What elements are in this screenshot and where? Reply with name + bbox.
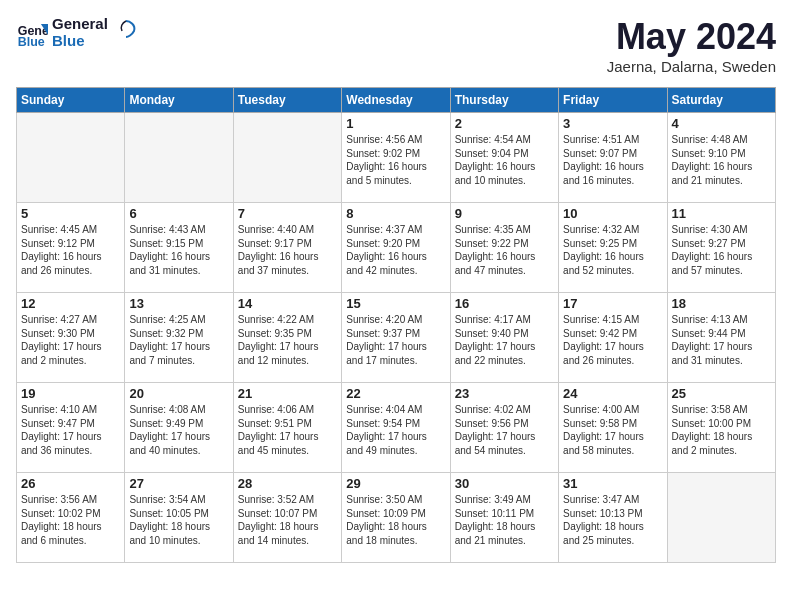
- day-number: 3: [563, 116, 662, 131]
- cell-info: Sunrise: 4:04 AM: [346, 403, 445, 417]
- cell-info: and 10 minutes.: [455, 174, 554, 188]
- cell-info: Sunrise: 4:45 AM: [21, 223, 120, 237]
- month-title: May 2024: [607, 16, 776, 58]
- cell-info: Daylight: 17 hours: [21, 430, 120, 444]
- cell-info: Daylight: 16 hours: [672, 250, 771, 264]
- cell-info: Sunset: 9:22 PM: [455, 237, 554, 251]
- cell-info: Sunset: 9:27 PM: [672, 237, 771, 251]
- calendar-cell: 10Sunrise: 4:32 AMSunset: 9:25 PMDayligh…: [559, 203, 667, 293]
- calendar-cell: 14Sunrise: 4:22 AMSunset: 9:35 PMDayligh…: [233, 293, 341, 383]
- weekday-header-monday: Monday: [125, 88, 233, 113]
- cell-info: Sunset: 9:51 PM: [238, 417, 337, 431]
- calendar-cell: 25Sunrise: 3:58 AMSunset: 10:00 PMDaylig…: [667, 383, 775, 473]
- cell-info: Sunset: 9:04 PM: [455, 147, 554, 161]
- weekday-header-saturday: Saturday: [667, 88, 775, 113]
- calendar-cell: 22Sunrise: 4:04 AMSunset: 9:54 PMDayligh…: [342, 383, 450, 473]
- cell-info: Sunrise: 3:56 AM: [21, 493, 120, 507]
- cell-info: Sunset: 9:44 PM: [672, 327, 771, 341]
- cell-info: and 58 minutes.: [563, 444, 662, 458]
- cell-info: and 10 minutes.: [129, 534, 228, 548]
- cell-info: Daylight: 16 hours: [455, 160, 554, 174]
- cell-info: Sunrise: 4:13 AM: [672, 313, 771, 327]
- cell-info: Sunrise: 4:51 AM: [563, 133, 662, 147]
- cell-info: Sunset: 9:42 PM: [563, 327, 662, 341]
- day-number: 23: [455, 386, 554, 401]
- cell-info: Daylight: 18 hours: [346, 520, 445, 534]
- cell-info: Sunset: 9:17 PM: [238, 237, 337, 251]
- cell-info: and 21 minutes.: [672, 174, 771, 188]
- calendar-cell: 31Sunrise: 3:47 AMSunset: 10:13 PMDaylig…: [559, 473, 667, 563]
- cell-info: and 14 minutes.: [238, 534, 337, 548]
- cell-info: Sunset: 10:00 PM: [672, 417, 771, 431]
- cell-info: Sunset: 10:05 PM: [129, 507, 228, 521]
- cell-info: Sunrise: 3:54 AM: [129, 493, 228, 507]
- cell-info: Daylight: 16 hours: [346, 160, 445, 174]
- cell-info: and 25 minutes.: [563, 534, 662, 548]
- cell-info: Sunrise: 4:48 AM: [672, 133, 771, 147]
- day-number: 31: [563, 476, 662, 491]
- page-header: General Blue General Blue May 2024 Jaern…: [16, 16, 776, 75]
- cell-info: Daylight: 18 hours: [563, 520, 662, 534]
- day-number: 6: [129, 206, 228, 221]
- logo-blue: Blue: [52, 33, 108, 50]
- logo-bird-icon: [114, 17, 138, 41]
- calendar-cell: 1Sunrise: 4:56 AMSunset: 9:02 PMDaylight…: [342, 113, 450, 203]
- calendar-cell: 9Sunrise: 4:35 AMSunset: 9:22 PMDaylight…: [450, 203, 558, 293]
- cell-info: Daylight: 18 hours: [672, 430, 771, 444]
- day-number: 7: [238, 206, 337, 221]
- logo-icon: General Blue: [16, 17, 48, 49]
- day-number: 27: [129, 476, 228, 491]
- cell-info: Daylight: 17 hours: [238, 340, 337, 354]
- weekday-header-thursday: Thursday: [450, 88, 558, 113]
- week-row-3: 12Sunrise: 4:27 AMSunset: 9:30 PMDayligh…: [17, 293, 776, 383]
- cell-info: Daylight: 17 hours: [455, 340, 554, 354]
- calendar-cell: 12Sunrise: 4:27 AMSunset: 9:30 PMDayligh…: [17, 293, 125, 383]
- cell-info: and 49 minutes.: [346, 444, 445, 458]
- cell-info: and 17 minutes.: [346, 354, 445, 368]
- cell-info: and 31 minutes.: [672, 354, 771, 368]
- calendar-cell: 27Sunrise: 3:54 AMSunset: 10:05 PMDaylig…: [125, 473, 233, 563]
- cell-info: Daylight: 17 hours: [21, 340, 120, 354]
- day-number: 17: [563, 296, 662, 311]
- cell-info: Sunrise: 4:27 AM: [21, 313, 120, 327]
- week-row-2: 5Sunrise: 4:45 AMSunset: 9:12 PMDaylight…: [17, 203, 776, 293]
- cell-info: Sunset: 9:07 PM: [563, 147, 662, 161]
- day-number: 5: [21, 206, 120, 221]
- cell-info: and 37 minutes.: [238, 264, 337, 278]
- cell-info: Daylight: 18 hours: [21, 520, 120, 534]
- calendar-cell: [17, 113, 125, 203]
- cell-info: Daylight: 18 hours: [238, 520, 337, 534]
- calendar-cell: [667, 473, 775, 563]
- weekday-header-wednesday: Wednesday: [342, 88, 450, 113]
- calendar-cell: 2Sunrise: 4:54 AMSunset: 9:04 PMDaylight…: [450, 113, 558, 203]
- calendar-cell: 6Sunrise: 4:43 AMSunset: 9:15 PMDaylight…: [125, 203, 233, 293]
- cell-info: Sunset: 9:47 PM: [21, 417, 120, 431]
- cell-info: Daylight: 17 hours: [672, 340, 771, 354]
- cell-info: Sunset: 10:02 PM: [21, 507, 120, 521]
- cell-info: and 45 minutes.: [238, 444, 337, 458]
- calendar-cell: 23Sunrise: 4:02 AMSunset: 9:56 PMDayligh…: [450, 383, 558, 473]
- day-number: 8: [346, 206, 445, 221]
- cell-info: Sunset: 9:58 PM: [563, 417, 662, 431]
- calendar-cell: [125, 113, 233, 203]
- cell-info: and 26 minutes.: [563, 354, 662, 368]
- day-number: 26: [21, 476, 120, 491]
- cell-info: and 40 minutes.: [129, 444, 228, 458]
- cell-info: and 36 minutes.: [21, 444, 120, 458]
- cell-info: and 7 minutes.: [129, 354, 228, 368]
- cell-info: and 54 minutes.: [455, 444, 554, 458]
- day-number: 22: [346, 386, 445, 401]
- day-number: 9: [455, 206, 554, 221]
- cell-info: Sunrise: 3:58 AM: [672, 403, 771, 417]
- day-number: 2: [455, 116, 554, 131]
- cell-info: Sunset: 9:25 PM: [563, 237, 662, 251]
- cell-info: Sunrise: 3:49 AM: [455, 493, 554, 507]
- cell-info: Sunrise: 4:56 AM: [346, 133, 445, 147]
- cell-info: Sunrise: 4:20 AM: [346, 313, 445, 327]
- cell-info: and 18 minutes.: [346, 534, 445, 548]
- cell-info: Sunrise: 4:40 AM: [238, 223, 337, 237]
- cell-info: Sunset: 9:54 PM: [346, 417, 445, 431]
- day-number: 10: [563, 206, 662, 221]
- calendar-cell: 26Sunrise: 3:56 AMSunset: 10:02 PMDaylig…: [17, 473, 125, 563]
- cell-info: Sunrise: 4:37 AM: [346, 223, 445, 237]
